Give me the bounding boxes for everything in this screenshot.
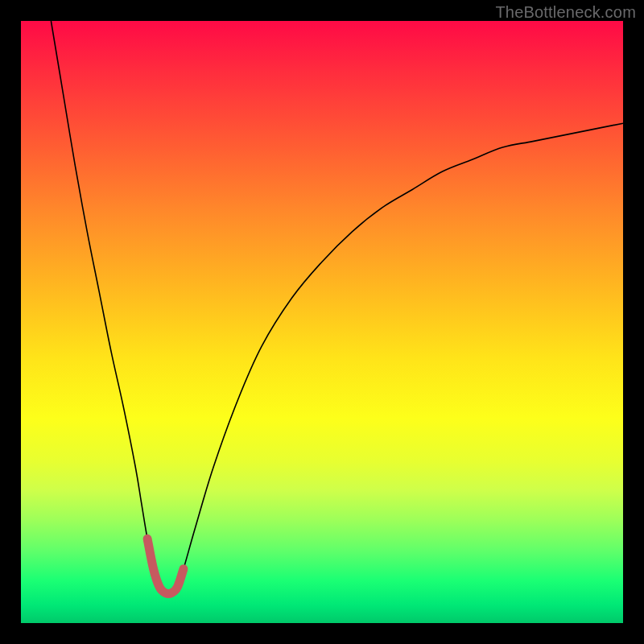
series-highlight-valley xyxy=(147,539,184,593)
watermark-label: TheBottleneck.com xyxy=(495,3,636,22)
chart-svg xyxy=(21,21,623,623)
plot-area xyxy=(21,21,623,623)
chart-frame: TheBottleneck.com xyxy=(0,0,644,644)
series-bottleneck-curve xyxy=(51,21,623,594)
